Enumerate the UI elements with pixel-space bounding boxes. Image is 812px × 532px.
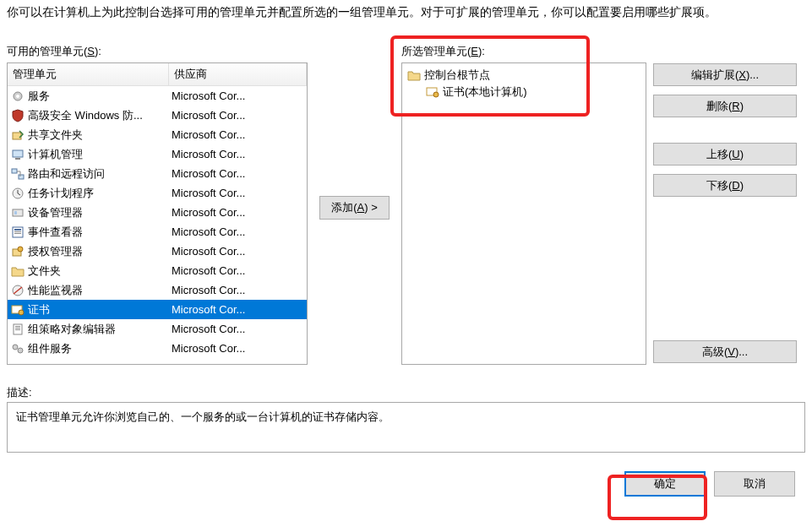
list-item[interactable]: 事件查看器Microsoft Cor... bbox=[8, 222, 307, 242]
selected-snapins-label: 所选管理单元(E): bbox=[401, 44, 646, 59]
list-item[interactable]: 证书Microsoft Cor... bbox=[8, 300, 307, 319]
description-label: 描述: bbox=[7, 385, 805, 400]
item-vendor: Microsoft Cor... bbox=[170, 187, 307, 199]
list-item[interactable]: 设备管理器Microsoft Cor... bbox=[8, 203, 307, 222]
svg-rect-21 bbox=[15, 328, 20, 328]
svg-rect-5 bbox=[12, 169, 17, 173]
list-item[interactable] bbox=[8, 358, 307, 364]
cert-icon bbox=[10, 303, 25, 317]
intro-text: 你可以在计算机上为此控制台选择可用的管理单元并配置所选的一组管理单元。对于可扩展… bbox=[7, 5, 805, 20]
svg-point-15 bbox=[18, 247, 23, 252]
description-box: 证书管理单元允许你浏览自己的、一个服务的或一台计算机的证书存储内容。 bbox=[7, 402, 805, 453]
item-vendor: Microsoft Cor... bbox=[170, 109, 307, 122]
clock-icon bbox=[10, 187, 25, 200]
tree-root-label: 控制台根节点 bbox=[424, 68, 490, 83]
item-vendor: Microsoft Cor... bbox=[170, 284, 307, 296]
list-item[interactable]: 性能监视器Microsoft Cor... bbox=[8, 280, 307, 300]
svg-point-1 bbox=[16, 95, 19, 98]
item-vendor: Microsoft Cor... bbox=[170, 90, 307, 102]
route-icon bbox=[10, 167, 25, 181]
item-name: 证书 bbox=[28, 302, 170, 318]
item-name: 任务计划程序 bbox=[28, 186, 170, 201]
shield-icon bbox=[10, 109, 25, 122]
edit-extensions-button[interactable]: 编辑扩展(X)... bbox=[653, 63, 797, 86]
item-name: 路由和远程访问 bbox=[28, 166, 170, 182]
item-name: 高级安全 Windows 防... bbox=[28, 108, 170, 123]
item-vendor: Microsoft Cor... bbox=[170, 225, 307, 238]
list-item[interactable]: 计算机管理Microsoft Cor... bbox=[8, 144, 307, 164]
item-vendor: Microsoft Cor... bbox=[170, 148, 307, 160]
add-button[interactable]: 添加(A) > bbox=[319, 196, 390, 220]
item-name: 性能监视器 bbox=[28, 283, 170, 298]
list-item[interactable]: 任务计划程序Microsoft Cor... bbox=[8, 183, 307, 203]
description-text: 证书管理单元允许你浏览自己的、一个服务的或一台计算机的证书存储内容。 bbox=[16, 410, 390, 423]
device-icon bbox=[10, 206, 25, 220]
auth-icon bbox=[10, 245, 25, 258]
list-item[interactable]: 授权管理器Microsoft Cor... bbox=[8, 242, 307, 261]
svg-point-26 bbox=[433, 92, 439, 97]
tree-root[interactable]: 控制台根节点 bbox=[406, 67, 642, 84]
remove-button[interactable]: 删除(R) bbox=[653, 95, 797, 117]
gear-icon bbox=[10, 90, 25, 103]
list-item[interactable]: 共享文件夹Microsoft Cor... bbox=[8, 125, 307, 144]
svg-rect-6 bbox=[19, 175, 24, 179]
item-vendor: Microsoft Cor... bbox=[170, 206, 307, 219]
item-name: 共享文件夹 bbox=[28, 128, 170, 143]
comp-icon bbox=[10, 342, 25, 356]
item-name: 计算机管理 bbox=[28, 147, 170, 162]
tree-child-label: 证书(本地计算机) bbox=[443, 84, 527, 100]
cert-icon bbox=[426, 85, 439, 99]
svg-rect-3 bbox=[13, 150, 23, 157]
svg-rect-8 bbox=[13, 209, 23, 216]
svg-rect-20 bbox=[15, 326, 20, 327]
list-item[interactable]: 组策略对象编辑器Microsoft Cor... bbox=[8, 319, 307, 339]
item-vendor: Microsoft Cor... bbox=[170, 245, 307, 258]
item-vendor: Microsoft Cor... bbox=[170, 264, 307, 277]
svg-rect-4 bbox=[15, 158, 20, 160]
available-snapins-label: 可用的管理单元(S): bbox=[7, 44, 308, 59]
share-icon bbox=[10, 128, 25, 142]
svg-point-23 bbox=[13, 345, 18, 350]
item-name: 设备管理器 bbox=[28, 205, 170, 220]
svg-rect-22 bbox=[15, 329, 20, 330]
list-item[interactable]: 服务Microsoft Cor... bbox=[8, 86, 307, 106]
list-item[interactable]: 路由和远程访问Microsoft Cor... bbox=[8, 164, 307, 183]
item-name: 服务 bbox=[28, 89, 170, 104]
selected-snapins-tree[interactable]: 控制台根节点 证书(本地计算机) bbox=[401, 62, 646, 365]
tree-item-certificates[interactable]: 证书(本地计算机) bbox=[424, 84, 642, 100]
svg-rect-2 bbox=[13, 133, 21, 139]
ok-button[interactable]: 确定 bbox=[624, 471, 706, 497]
list-item[interactable]: 文件夹Microsoft Cor... bbox=[8, 261, 307, 280]
svg-point-18 bbox=[19, 310, 24, 315]
computer-icon bbox=[10, 148, 25, 161]
header-name[interactable]: 管理单元 bbox=[8, 63, 169, 85]
move-down-button[interactable]: 下移(D) bbox=[653, 174, 797, 197]
svg-rect-13 bbox=[14, 233, 21, 234]
policy-icon bbox=[10, 323, 25, 336]
item-name: 组策略对象编辑器 bbox=[28, 322, 170, 337]
item-name: 文件夹 bbox=[28, 263, 170, 279]
blank-icon bbox=[10, 361, 25, 365]
list-header: 管理单元 供应商 bbox=[8, 63, 307, 86]
svg-point-24 bbox=[18, 348, 23, 353]
header-vendor[interactable]: 供应商 bbox=[169, 63, 307, 85]
item-vendor: Microsoft Cor... bbox=[170, 303, 307, 316]
folder-icon bbox=[10, 264, 25, 278]
list-item[interactable]: 高级安全 Windows 防...Microsoft Cor... bbox=[8, 106, 307, 125]
list-item[interactable]: 组件服务Microsoft Cor... bbox=[8, 339, 307, 358]
item-vendor: Microsoft Cor... bbox=[170, 342, 307, 355]
item-vendor: Microsoft Cor... bbox=[170, 167, 307, 180]
folder-icon bbox=[407, 68, 421, 82]
svg-rect-12 bbox=[14, 231, 21, 232]
event-icon bbox=[10, 225, 25, 239]
svg-rect-11 bbox=[14, 229, 21, 231]
item-name: 事件查看器 bbox=[28, 225, 170, 240]
item-name: 授权管理器 bbox=[28, 244, 170, 259]
available-snapins-list[interactable]: 管理单元 供应商 服务Microsoft Cor...高级安全 Windows … bbox=[7, 62, 308, 365]
advanced-button[interactable]: 高级(V)... bbox=[653, 340, 797, 363]
item-vendor: Microsoft Cor... bbox=[170, 323, 307, 335]
cancel-button[interactable]: 取消 bbox=[714, 471, 795, 497]
item-vendor: Microsoft Cor... bbox=[170, 128, 307, 141]
move-up-button[interactable]: 上移(U) bbox=[653, 143, 797, 166]
perf-icon bbox=[10, 284, 25, 297]
